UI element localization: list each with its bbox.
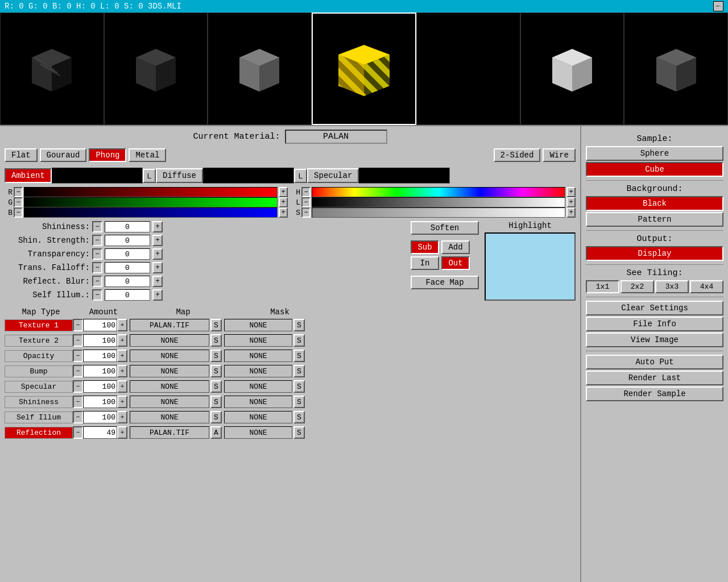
map-amount-opacity[interactable] bbox=[83, 350, 117, 362]
map-minus-texture2[interactable]: − bbox=[73, 334, 83, 347]
self-illum-plus[interactable]: + bbox=[152, 289, 163, 301]
specular-button[interactable]: Specular bbox=[307, 168, 359, 183]
out-button[interactable]: Out bbox=[441, 256, 470, 270]
shin-strength-input[interactable] bbox=[105, 235, 150, 246]
mask-s-texture2[interactable]: S bbox=[293, 334, 305, 347]
b-track[interactable] bbox=[24, 207, 278, 218]
trans-falloff-plus[interactable]: + bbox=[152, 262, 163, 273]
map-minus-opacity[interactable]: − bbox=[73, 350, 83, 362]
shading-gouraud[interactable]: Gouraud bbox=[40, 148, 87, 162]
map-type-shininess[interactable]: Shininess bbox=[5, 396, 73, 408]
reflect-blur-minus[interactable]: − bbox=[92, 276, 102, 287]
s-track[interactable] bbox=[312, 207, 565, 218]
map-plus-reflection[interactable]: + bbox=[117, 426, 127, 439]
map-type-self-illum[interactable]: Self Illum bbox=[5, 411, 73, 423]
clear-settings-button[interactable]: Clear Settings bbox=[586, 301, 723, 315]
shading-flat[interactable]: Flat bbox=[5, 148, 38, 162]
tiling-2x2[interactable]: 2x2 bbox=[621, 280, 654, 293]
black-button[interactable]: Black bbox=[586, 196, 723, 211]
view-image-button[interactable]: View Image bbox=[586, 332, 723, 347]
map-s-shininess[interactable]: S bbox=[210, 396, 222, 408]
map-type-opacity[interactable]: Opacity bbox=[5, 350, 73, 362]
in-button[interactable]: In bbox=[411, 256, 439, 270]
thumbnail-3[interactable] bbox=[208, 13, 312, 125]
thumbnail-5[interactable] bbox=[416, 13, 520, 125]
map-s-opacity[interactable]: S bbox=[210, 350, 222, 362]
map-plus-self-illum[interactable]: + bbox=[117, 411, 127, 423]
s-plus[interactable]: + bbox=[566, 207, 576, 218]
sub-button[interactable]: Sub bbox=[411, 240, 439, 254]
mask-s-texture1[interactable]: S bbox=[293, 319, 305, 331]
render-sample-button[interactable]: Render Sample bbox=[586, 386, 723, 401]
self-illum-minus[interactable]: − bbox=[92, 289, 102, 301]
shading-metal[interactable]: Metal bbox=[129, 148, 166, 162]
thumbnail-4-selected[interactable] bbox=[312, 13, 417, 125]
map-plus-specular[interactable]: + bbox=[117, 380, 127, 393]
g-minus[interactable]: − bbox=[14, 197, 23, 207]
mask-s-specular[interactable]: S bbox=[293, 380, 305, 393]
render-last-button[interactable]: Render Last bbox=[586, 371, 723, 385]
h-minus[interactable]: − bbox=[301, 187, 311, 197]
r-plus[interactable]: + bbox=[279, 187, 288, 197]
map-plus-texture2[interactable]: + bbox=[117, 334, 127, 347]
map-amount-shininess[interactable] bbox=[83, 396, 117, 408]
map-s-texture2[interactable]: S bbox=[210, 334, 222, 347]
thumbnail-2[interactable] bbox=[104, 13, 208, 125]
map-a-reflection[interactable]: A bbox=[210, 426, 222, 439]
map-s-self-illum[interactable]: S bbox=[210, 411, 222, 423]
s-minus[interactable]: − bbox=[301, 207, 311, 218]
l-plus[interactable]: + bbox=[566, 197, 576, 207]
reflect-blur-plus[interactable]: + bbox=[152, 276, 163, 287]
shininess-plus[interactable]: + bbox=[152, 221, 163, 232]
l-minus[interactable]: − bbox=[301, 197, 311, 207]
map-amount-self-illum[interactable] bbox=[83, 411, 117, 423]
map-minus-shininess[interactable]: − bbox=[73, 396, 83, 408]
r-minus[interactable]: − bbox=[14, 187, 23, 197]
tiling-4x4[interactable]: 4x4 bbox=[690, 280, 723, 293]
map-s-texture1[interactable]: S bbox=[210, 319, 222, 331]
add-button[interactable]: Add bbox=[441, 240, 470, 254]
ambient-l-button[interactable]: L bbox=[143, 169, 156, 183]
self-illum-input[interactable] bbox=[105, 289, 150, 301]
mask-s-bump[interactable]: S bbox=[293, 365, 305, 377]
map-s-specular[interactable]: S bbox=[210, 380, 222, 393]
tiling-3x3[interactable]: 3x3 bbox=[655, 280, 689, 293]
transparency-input[interactable] bbox=[105, 248, 150, 260]
shading-2sided[interactable]: 2-Sided bbox=[494, 148, 541, 162]
map-type-specular[interactable]: Specular bbox=[5, 381, 73, 393]
thumbnail-1[interactable] bbox=[0, 13, 104, 125]
map-s-bump[interactable]: S bbox=[210, 365, 222, 377]
face-map-button[interactable]: Face Map bbox=[411, 276, 479, 289]
map-amount-reflection[interactable] bbox=[83, 426, 117, 439]
map-type-reflection[interactable]: Reflection bbox=[5, 427, 73, 439]
map-amount-texture2[interactable] bbox=[83, 334, 117, 347]
map-type-bump[interactable]: Bump bbox=[5, 365, 73, 377]
display-button[interactable]: Display bbox=[586, 246, 723, 261]
g-plus[interactable]: + bbox=[279, 197, 288, 207]
thumbnail-6[interactable] bbox=[520, 13, 624, 125]
mask-s-reflection[interactable]: S bbox=[293, 426, 305, 439]
auto-put-button[interactable]: Auto Put bbox=[586, 355, 723, 369]
cube-button[interactable]: Cube bbox=[586, 162, 723, 177]
map-minus-reflection[interactable]: − bbox=[73, 426, 83, 439]
reflect-blur-input[interactable] bbox=[105, 276, 150, 287]
map-minus-bump[interactable]: − bbox=[73, 365, 83, 377]
shin-strength-plus[interactable]: + bbox=[152, 235, 163, 246]
map-plus-opacity[interactable]: + bbox=[117, 350, 127, 362]
h-plus[interactable]: + bbox=[566, 187, 576, 197]
g-track[interactable] bbox=[24, 197, 278, 207]
soften-button[interactable]: Soften bbox=[411, 221, 479, 235]
mask-s-self-illum[interactable]: S bbox=[293, 411, 305, 423]
shininess-input[interactable] bbox=[105, 221, 150, 232]
sphere-button[interactable]: Sphere bbox=[586, 146, 723, 161]
map-plus-shininess[interactable]: + bbox=[117, 396, 127, 408]
h-track[interactable] bbox=[312, 187, 565, 197]
material-name-box[interactable]: PALAN bbox=[285, 130, 387, 144]
map-minus-specular[interactable]: − bbox=[73, 380, 83, 393]
diffuse-l-button[interactable]: L bbox=[294, 169, 307, 183]
map-minus-texture1[interactable]: − bbox=[73, 319, 83, 331]
b-minus[interactable]: − bbox=[14, 207, 23, 218]
trans-falloff-input[interactable] bbox=[105, 262, 150, 273]
map-amount-specular[interactable] bbox=[83, 380, 117, 393]
trans-falloff-minus[interactable]: − bbox=[92, 262, 102, 273]
